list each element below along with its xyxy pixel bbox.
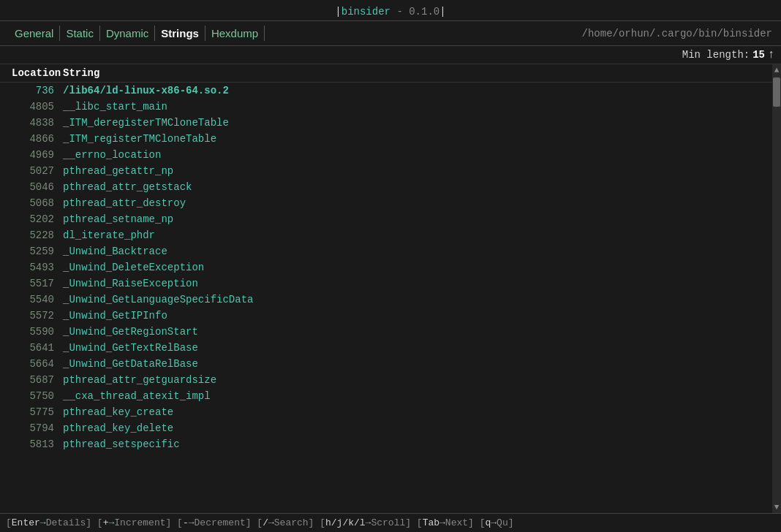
scrollbar-track: ▲ ▼ bbox=[772, 64, 781, 513]
cell-string: dl_iterate_phdr bbox=[63, 229, 761, 241]
table-row[interactable]: 5540_Unwind_GetLanguageSpecificData bbox=[0, 292, 772, 308]
version-label: - bbox=[390, 6, 409, 18]
cell-string: pthread_setname_np bbox=[63, 213, 761, 225]
col-header-location: Location bbox=[12, 67, 63, 79]
cell-string: _ITM_deregisterTMCloneTable bbox=[63, 117, 761, 129]
toolbar: Min length: 15 ↑ bbox=[0, 46, 781, 64]
table-row[interactable]: 4838_ITM_deregisterTMCloneTable bbox=[0, 115, 772, 131]
cell-string: pthread_setspecific bbox=[63, 438, 761, 450]
nav-item-hexdump[interactable]: Hexdump bbox=[205, 26, 265, 41]
cell-location: 4866 bbox=[12, 133, 63, 145]
min-length-value: 15 bbox=[752, 49, 765, 61]
table-row[interactable]: 5027pthread_getattr_np bbox=[0, 163, 772, 179]
table-row[interactable]: 5572_Unwind_GetIPInfo bbox=[0, 308, 772, 324]
table-row[interactable]: 5517_Unwind_RaiseException bbox=[0, 276, 772, 292]
nav-bar: General Static Dynamic Strings Hexdump /… bbox=[0, 21, 781, 46]
table-row[interactable]: 5813pthread_setspecific bbox=[0, 436, 772, 452]
cell-location: 4838 bbox=[12, 117, 63, 129]
table-row[interactable]: 736/lib64/ld-linux-x86-64.so.2 bbox=[0, 83, 772, 99]
cell-string: pthread_key_delete bbox=[63, 422, 761, 434]
shortcut-key: h/j/k/l bbox=[325, 517, 366, 528]
shortcut-action: Increment bbox=[114, 517, 165, 528]
cell-location: 5664 bbox=[12, 358, 63, 370]
table-row[interactable]: 4969__errno_location bbox=[0, 147, 772, 163]
table-row[interactable]: 5590_Unwind_GetRegionStart bbox=[0, 324, 772, 340]
cell-string: _Unwind_Backtrace bbox=[63, 246, 761, 257]
scrollbar-thumb[interactable] bbox=[773, 77, 780, 107]
cell-location: 5202 bbox=[12, 213, 63, 225]
cell-location: 5046 bbox=[12, 181, 63, 193]
shortcut-action: Details bbox=[46, 517, 86, 528]
cell-location: 736 bbox=[12, 85, 63, 96]
cell-string: pthread_attr_destroy bbox=[63, 197, 761, 209]
table-row[interactable]: 5068pthread_attr_destroy bbox=[0, 195, 772, 211]
scrollbar-arrow-up[interactable]: ▲ bbox=[773, 64, 781, 76]
title-bar: |binsider - 0.1.0| bbox=[0, 0, 781, 21]
cell-string: _Unwind_RaiseException bbox=[63, 278, 761, 289]
table-row[interactable]: 5493_Unwind_DeleteException bbox=[0, 259, 772, 276]
cell-location: 5228 bbox=[12, 229, 63, 241]
app-name: binsider bbox=[342, 6, 390, 18]
cell-location: 5572 bbox=[12, 310, 63, 322]
shortcut-action: Qu bbox=[497, 517, 508, 528]
shortcut-arrow: → bbox=[439, 517, 445, 528]
table-body: 736/lib64/ld-linux-x86-64.so.24805__libc… bbox=[0, 83, 772, 513]
shortcut-key: - bbox=[183, 517, 189, 528]
cell-string: pthread_attr_getguardsize bbox=[63, 374, 761, 386]
shortcut-action: Search bbox=[274, 517, 309, 528]
table-row[interactable]: 5228dl_iterate_phdr bbox=[0, 227, 772, 243]
file-path: /home/orhun/.cargo/bin/binsider bbox=[582, 28, 772, 39]
cell-location: 4805 bbox=[12, 101, 63, 113]
status-bar: [Enter→Details] [+→Increment] [-→Decreme… bbox=[0, 513, 781, 532]
cell-location: 5517 bbox=[12, 278, 63, 289]
cell-location: 5068 bbox=[12, 197, 63, 209]
nav-item-general[interactable]: General bbox=[9, 26, 60, 41]
table-row[interactable]: 5750__cxa_thread_atexit_impl bbox=[0, 388, 772, 404]
nav-item-strings[interactable]: Strings bbox=[155, 26, 205, 41]
table-row[interactable]: 5775pthread_key_create bbox=[0, 404, 772, 420]
table-row[interactable]: 4805__libc_start_main bbox=[0, 99, 772, 115]
cell-location: 5641 bbox=[12, 342, 63, 354]
table-row[interactable]: 4866_ITM_registerTMCloneTable bbox=[0, 131, 772, 147]
shortcut-action: Next bbox=[445, 517, 468, 528]
cell-location: 5540 bbox=[12, 294, 63, 305]
main-content: Location String 736/lib64/ld-linux-x86-6… bbox=[0, 64, 781, 513]
nav-item-dynamic[interactable]: Dynamic bbox=[100, 26, 155, 41]
cell-string: __libc_start_main bbox=[63, 101, 761, 113]
table-row[interactable]: 5259_Unwind_Backtrace bbox=[0, 243, 772, 259]
cell-string: /lib64/ld-linux-x86-64.so.2 bbox=[63, 85, 761, 96]
cell-string: __cxa_thread_atexit_impl bbox=[63, 390, 761, 402]
cell-string: _Unwind_GetTextRelBase bbox=[63, 342, 761, 354]
cell-location: 5493 bbox=[12, 262, 63, 273]
shortcut-key: / bbox=[263, 517, 268, 528]
nav-item-static[interactable]: Static bbox=[60, 26, 100, 41]
shortcut-key: Tab bbox=[423, 517, 439, 528]
table-row[interactable]: 5664_Unwind_GetDataRelBase bbox=[0, 356, 772, 372]
shortcut-action: Decrement bbox=[195, 517, 246, 528]
cell-location: 5794 bbox=[12, 422, 63, 434]
table-area: Location String 736/lib64/ld-linux-x86-6… bbox=[0, 64, 772, 513]
table-row[interactable]: 5046pthread_attr_getstack bbox=[0, 179, 772, 195]
scrollbar-arrow-down[interactable]: ▼ bbox=[773, 501, 781, 513]
cell-string: _Unwind_GetLanguageSpecificData bbox=[63, 294, 761, 305]
scrollbar-top-placeholder: ↑ bbox=[768, 48, 777, 61]
cell-location: 5775 bbox=[12, 406, 63, 418]
shortcut-arrow: → bbox=[189, 517, 195, 528]
shortcut-arrow: → bbox=[40, 517, 46, 528]
min-length-label: Min length: bbox=[682, 49, 750, 61]
cell-string: pthread_attr_getstack bbox=[63, 181, 761, 193]
shortcut-arrow: → bbox=[268, 517, 274, 528]
cell-location: 5687 bbox=[12, 374, 63, 386]
cell-string: _Unwind_GetRegionStart bbox=[63, 326, 761, 338]
table-header: Location String bbox=[0, 64, 772, 83]
table-row[interactable]: 5687pthread_attr_getguardsize bbox=[0, 372, 772, 388]
table-row[interactable]: 5794pthread_key_delete bbox=[0, 420, 772, 436]
cell-string: _Unwind_GetDataRelBase bbox=[63, 358, 761, 370]
cell-string: __errno_location bbox=[63, 149, 761, 161]
cell-location: 5813 bbox=[12, 438, 63, 450]
table-row[interactable]: 5641_Unwind_GetTextRelBase bbox=[0, 340, 772, 356]
cell-location: 4969 bbox=[12, 149, 63, 161]
cell-string: pthread_getattr_np bbox=[63, 165, 761, 177]
cell-location: 5259 bbox=[12, 246, 63, 257]
table-row[interactable]: 5202pthread_setname_np bbox=[0, 211, 772, 227]
